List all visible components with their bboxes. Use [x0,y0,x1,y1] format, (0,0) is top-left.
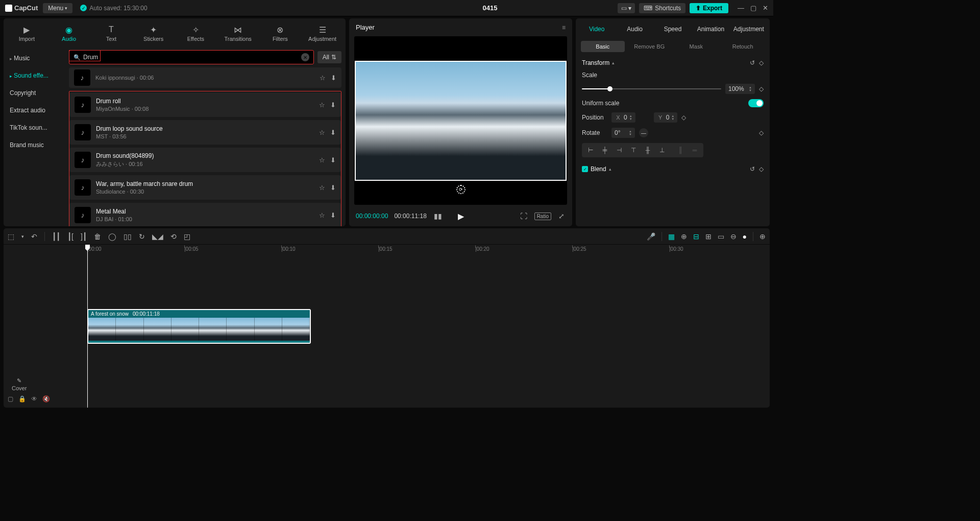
inspector-tab-video[interactable]: Video [578,23,616,37]
search-box[interactable]: 🔍 ✕ [69,50,314,64]
tab-stickers[interactable]: ✦Stickers [132,22,175,47]
align-left-button[interactable]: ⊢ [584,145,597,155]
sidebar-item-copyright[interactable]: Copyright [6,85,63,101]
favorite-icon[interactable]: ☆ [319,129,325,136]
reverse-tool[interactable]: ↻ [139,232,145,241]
selection-dropdown[interactable]: ▾ [21,234,24,239]
timeline-ruler[interactable]: |00:00 |00:05 |00:10 |00:15 |00:20 |00:2… [85,245,770,256]
zoom-in-button[interactable]: ⊕ [760,232,766,241]
rotate-tool[interactable]: ⟲ [170,232,177,241]
search-input[interactable] [83,54,160,61]
maximize-button[interactable]: ▢ [750,4,756,12]
keyframe-icon[interactable]: ◇ [759,129,764,136]
download-icon[interactable]: ⬇ [330,211,336,219]
sidebar-item-extract-audio[interactable]: Extract audio [6,102,63,119]
cover-button[interactable]: ✎ Cover [12,377,27,391]
download-icon[interactable]: ⬇ [330,184,336,192]
layout-button[interactable]: ▭ ▾ [618,3,635,13]
inspector-tab-speed[interactable]: Speed [654,23,692,37]
distribute-v-button[interactable]: ═ [688,145,701,155]
mute-icon[interactable]: 🔇 [42,395,50,402]
search-result-partial[interactable]: ♪ Koki ipponnsugi · 00:06 ☆⬇ [69,67,341,88]
mirror-tool[interactable]: ◣◢ [152,232,163,241]
close-button[interactable]: ✕ [763,4,768,12]
download-icon[interactable]: ⬇ [331,74,336,82]
keyframe-icon[interactable]: ◇ [759,59,764,66]
play-button[interactable]: ▶ [458,212,464,221]
download-icon[interactable]: ⬇ [330,156,336,164]
spinner-icon[interactable]: ▲▼ [629,114,632,121]
mark-tool[interactable]: ◯ [108,232,116,241]
tab-audio[interactable]: ◉Audio [48,22,90,47]
ratio-button[interactable]: Ratio [534,212,551,220]
search-result[interactable]: ♪ War, army, battle march snare drumStud… [69,175,341,200]
inspector-tab-animation[interactable]: Animation [692,23,729,37]
tab-adjustment[interactable]: ☰Adjustment [301,22,344,47]
favorite-icon[interactable]: ☆ [319,156,325,164]
inspector-tab-audio[interactable]: Audio [616,23,653,37]
search-result[interactable]: ♪ Drum rollMiyaOnMusic · 00:08 ☆⬇ [69,92,341,117]
blend-checkbox[interactable]: ✓ [582,166,588,172]
tab-effects[interactable]: ✧Effects [175,22,217,47]
export-button[interactable]: ⬆ Export [690,3,728,13]
scale-slider[interactable] [582,88,721,89]
favorite-icon[interactable]: ☆ [319,211,325,219]
favorite-icon[interactable]: ☆ [319,184,325,192]
subtab-basic[interactable]: Basic [581,41,625,52]
spinner-icon[interactable]: ▲▼ [629,130,632,136]
split-right-tool[interactable]: ]┃ [81,232,87,241]
scale-fit-icon[interactable]: ⛶ [519,211,528,221]
align-center-v-button[interactable]: ╫ [641,145,654,155]
clear-search-button[interactable]: ✕ [301,53,309,61]
reset-icon[interactable]: ↺ [750,165,755,173]
zoom-slider-icon[interactable]: ● [743,232,747,241]
search-result[interactable]: ♪ Drum sound(804899)みみさらい · 00:16 ☆⬇ [69,148,341,172]
track-button[interactable]: ▭ [718,232,724,241]
rotate-handle-icon[interactable]: ⟳ [456,185,465,194]
player-menu-icon[interactable]: ≡ [562,24,566,31]
mic-button[interactable]: 🎤 [647,232,655,241]
magnet-button[interactable]: ⊕ [681,232,687,241]
fullscreen-icon[interactable]: ⤢ [557,211,566,221]
sidebar-item-brand-music[interactable]: Brand music [6,137,63,153]
align-bottom-button[interactable]: ⊥ [655,145,669,155]
shortcuts-button[interactable]: ⌨ Shortcuts [639,3,685,13]
compare-icon[interactable]: ▮▮ [433,211,443,221]
rotate-value-field[interactable]: 0°▲▼ [611,128,635,138]
scale-value-field[interactable]: 100%▲▼ [725,84,755,94]
subtab-retouch[interactable]: Retouch [721,41,765,52]
favorite-icon[interactable]: ☆ [320,74,326,82]
delete-tool[interactable]: 🗑 [94,232,101,241]
spinner-icon[interactable]: ▲▼ [671,114,674,121]
subtab-mask[interactable]: Mask [674,41,718,52]
split-tool[interactable]: ┃┃ [52,232,60,241]
marker-icon[interactable]: ▢ [8,395,13,402]
tab-filters[interactable]: ⊗Filters [259,22,302,47]
link-button[interactable]: ⊟ [693,232,699,241]
sidebar-item-sound-effects[interactable]: ▸Sound effe... [6,67,63,84]
sidebar-item-tiktok-sound[interactable]: TikTok soun... [6,120,63,136]
inspector-tab-adjustment[interactable]: Adjustment [730,23,768,37]
keyframe-icon[interactable]: ◇ [759,165,764,173]
spinner-icon[interactable]: ▲▼ [749,86,752,92]
download-icon[interactable]: ⬇ [330,101,336,109]
timeline-tracks[interactable]: |00:00 |00:05 |00:10 |00:15 |00:20 |00:2… [85,245,770,408]
timeline-clip[interactable]: A forest on snow 00:00:11:18 [87,309,311,344]
mirror-button[interactable]: — [639,128,648,137]
zoom-out-button[interactable]: ⊖ [730,232,737,241]
search-result[interactable]: ♪ Drum loop sound sourceMST · 03:56 ☆⬇ [69,120,341,145]
tab-text[interactable]: TText [90,22,133,47]
reset-icon[interactable]: ↺ [750,59,755,66]
player-viewport[interactable]: ⟳ [354,36,567,205]
download-icon[interactable]: ⬇ [330,129,336,136]
position-x-field[interactable]: X0▲▼ [611,112,635,123]
search-result[interactable]: ♪ Metal MealDJ BAI · 01:00 ☆⬇ [69,203,341,226]
align-right-button[interactable]: ⊣ [612,145,626,155]
keyframe-icon[interactable]: ◇ [681,114,686,121]
collapse-icon[interactable]: ▴ [609,167,611,172]
undo-button[interactable]: ↶ [31,232,37,241]
magnet-main-button[interactable]: ▦ [668,232,675,241]
playhead[interactable] [87,245,88,408]
filter-all-button[interactable]: All ⇅ [317,51,341,63]
crop-tool[interactable]: ◰ [184,232,190,241]
